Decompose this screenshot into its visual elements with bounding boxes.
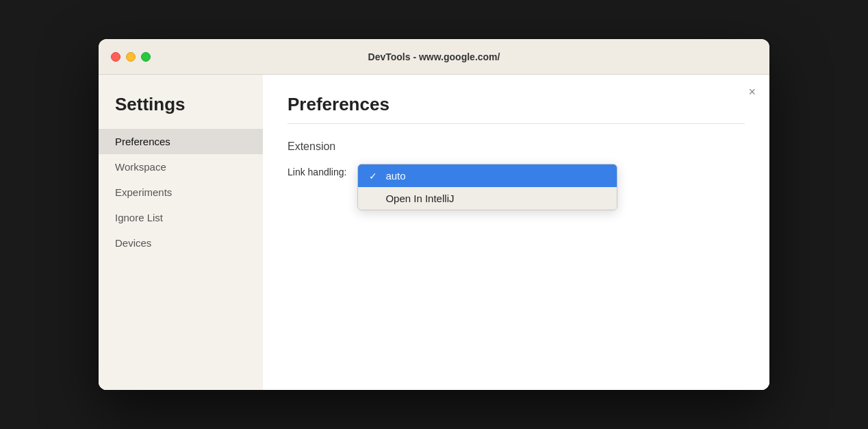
link-handling-dropdown[interactable]: ✓ auto Open In IntelliJ [357,164,617,210]
close-button[interactable] [111,52,120,62]
minimize-button[interactable] [126,52,136,62]
sidebar-item-ignore-list[interactable]: Ignore List [99,205,263,230]
devtools-window: DevTools - www.google.com/ Settings Pref… [99,39,769,390]
sidebar-item-workspace[interactable]: Workspace [99,154,263,180]
titlebar: DevTools - www.google.com/ [99,39,769,75]
field-label: Link handling: [288,164,346,177]
dropdown-option-intellij[interactable]: Open In IntelliJ [358,187,617,210]
main-panel: × Preferences Extension Link handling: ✓… [263,75,769,390]
checkmark-icon: ✓ [369,171,380,182]
traffic-lights [99,52,151,62]
option-intellij-label: Open In IntelliJ [385,193,454,204]
sidebar-heading: Settings [99,94,263,129]
divider [288,123,745,124]
dropdown-list: ✓ auto Open In IntelliJ [357,164,617,210]
window-title: DevTools - www.google.com/ [368,51,500,62]
sidebar: Settings Preferences Workspace Experimen… [99,75,263,390]
option-auto-label: auto [385,170,405,182]
sidebar-item-preferences[interactable]: Preferences [99,129,263,154]
close-panel-button[interactable]: × [748,86,756,98]
sidebar-item-experiments[interactable]: Experiments [99,180,263,205]
maximize-button[interactable] [141,52,151,62]
main-title: Preferences [288,94,745,115]
section-title: Extension [288,140,745,153]
link-handling-field: Link handling: ✓ auto Open In IntelliJ [288,164,745,210]
content-area: Settings Preferences Workspace Experimen… [99,75,769,390]
sidebar-item-devices[interactable]: Devices [99,230,263,256]
dropdown-option-auto[interactable]: ✓ auto [358,164,617,187]
